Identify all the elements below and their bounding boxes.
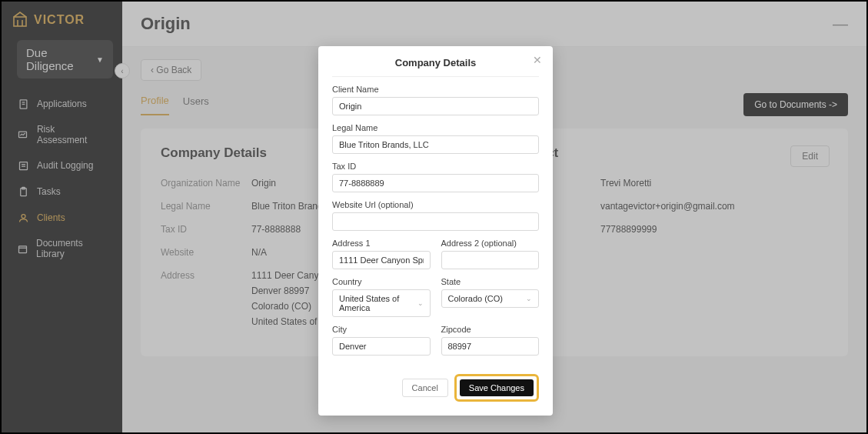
label-client-name: Client Name — [332, 85, 539, 94]
label-country: Country — [332, 277, 431, 286]
chevron-down-icon: ⌄ — [417, 299, 424, 307]
website-input[interactable] — [332, 212, 539, 231]
save-highlight: Save Changes — [454, 374, 539, 402]
city-input[interactable] — [332, 337, 431, 356]
close-icon[interactable]: ✕ — [533, 54, 542, 66]
country-select[interactable]: United States of America⌄ — [332, 289, 431, 317]
client-name-input[interactable] — [332, 97, 539, 115]
save-changes-button[interactable]: Save Changes — [460, 379, 534, 396]
label-address1: Address 1 — [332, 239, 431, 248]
address2-input[interactable] — [441, 251, 540, 269]
address1-input[interactable] — [332, 251, 431, 269]
modal-title: Company Details — [332, 57, 539, 77]
zipcode-input[interactable] — [441, 337, 540, 356]
company-details-modal: ✕ Company Details Client Name Legal Name… — [318, 46, 553, 416]
legal-name-input[interactable] — [332, 135, 539, 154]
tax-id-input[interactable] — [332, 174, 539, 192]
label-city: City — [332, 325, 431, 334]
chevron-down-icon: ⌄ — [526, 295, 532, 302]
cancel-button[interactable]: Cancel — [402, 379, 448, 397]
label-address2: Address 2 (optional) — [441, 239, 540, 248]
label-zipcode: Zipcode — [441, 325, 540, 334]
label-modal-legal-name: Legal Name — [332, 123, 539, 132]
state-select[interactable]: Colorado (CO)⌄ — [441, 289, 540, 308]
label-modal-tax-id: Tax ID — [332, 162, 539, 171]
label-state: State — [441, 277, 540, 286]
label-modal-website: Website Url (optional) — [332, 200, 539, 209]
